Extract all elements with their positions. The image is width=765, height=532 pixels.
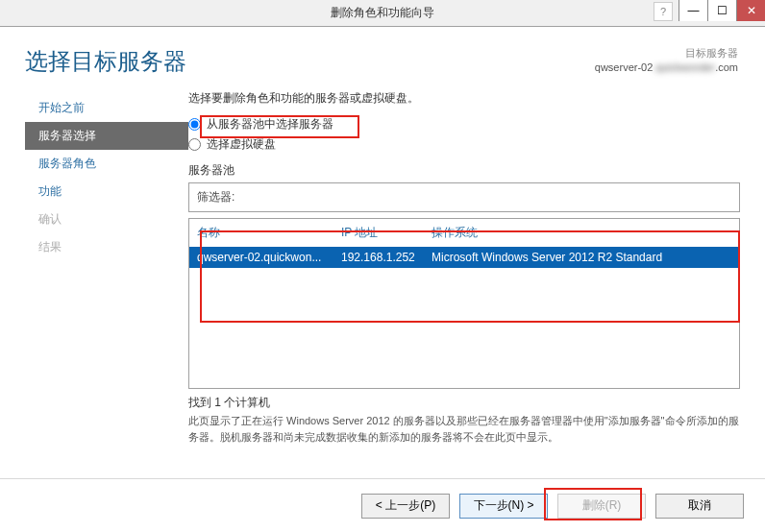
step-before-you-begin[interactable]: 开始之前: [25, 94, 188, 122]
minimize-button[interactable]: —: [679, 0, 707, 21]
instruction-text: 选择要删除角色和功能的服务器或虚拟硬盘。: [188, 90, 740, 107]
description-text: 此页显示了正在运行 Windows Server 2012 的服务器以及那些已经…: [188, 413, 740, 445]
help-button[interactable]: ?: [654, 2, 673, 21]
cell-os: Microsoft Windows Server 2012 R2 Standar…: [432, 251, 731, 264]
radio-vhd-input[interactable]: [188, 138, 201, 151]
main-content: 选择要删除角色和功能的服务器或虚拟硬盘。 从服务器池中选择服务器 选择虚拟硬盘 …: [188, 90, 740, 499]
close-button[interactable]: ✕: [736, 0, 765, 21]
table-header: 名称 IP 地址 操作系统: [189, 219, 739, 247]
maximize-button[interactable]: ☐: [707, 0, 736, 21]
remove-button: 删除(R): [557, 494, 646, 519]
step-features[interactable]: 功能: [25, 178, 188, 206]
step-confirmation: 确认: [25, 206, 188, 233]
step-server-selection[interactable]: 服务器选择: [25, 122, 188, 150]
col-name[interactable]: 名称: [197, 225, 341, 241]
radio-group: 从服务器池中选择服务器 选择虚拟硬盘: [188, 116, 740, 153]
radio-server-pool[interactable]: 从服务器池中选择服务器: [188, 116, 740, 133]
cancel-button[interactable]: 取消: [655, 494, 744, 519]
radio-vhd-label: 选择虚拟硬盘: [207, 136, 276, 153]
table-row[interactable]: qwserver-02.quickwon... 192.168.1.252 Mi…: [189, 247, 739, 268]
step-results: 结果: [25, 233, 188, 261]
destination-info: 目标服务器 qwserver-02.quickwonder.com: [595, 46, 740, 76]
filter-input[interactable]: [240, 191, 731, 205]
filter-label: 筛选器:: [197, 189, 234, 206]
titlebar: 删除角色和功能向导 ? — ☐ ✕: [0, 0, 765, 27]
wizard-steps: 开始之前 服务器选择 服务器角色 功能 确认 结果: [25, 90, 188, 499]
step-server-roles[interactable]: 服务器角色: [25, 150, 188, 178]
header: 选择目标服务器 目标服务器 qwserver-02.quickwonder.co…: [0, 27, 765, 77]
footer: < 上一步(P) 下一步(N) > 删除(R) 取消: [0, 478, 765, 532]
destination-label: 目标服务器: [595, 46, 738, 60]
destination-value: qwserver-02.quickwonder.com: [595, 60, 738, 75]
radio-server-pool-label: 从服务器池中选择服务器: [207, 116, 333, 133]
server-pool-label: 服务器池: [188, 162, 740, 179]
filter-bar: 筛选器:: [188, 182, 740, 212]
found-count: 找到 1 个计算机: [188, 395, 740, 411]
cell-name: qwserver-02.quickwon...: [197, 251, 341, 264]
window-title: 删除角色和功能向导: [331, 5, 434, 21]
previous-button[interactable]: < 上一步(P): [361, 494, 450, 519]
page-title: 选择目标服务器: [25, 46, 186, 77]
col-ip[interactable]: IP 地址: [341, 225, 432, 241]
window-controls: — ☐ ✕: [679, 0, 765, 21]
col-os[interactable]: 操作系统: [432, 225, 731, 241]
cell-ip: 192.168.1.252: [341, 251, 432, 264]
next-button[interactable]: 下一步(N) >: [459, 494, 548, 519]
server-table: 名称 IP 地址 操作系统 qwserver-02.quickwon... 19…: [188, 218, 740, 389]
radio-vhd[interactable]: 选择虚拟硬盘: [188, 136, 740, 153]
radio-server-pool-input[interactable]: [188, 118, 201, 131]
